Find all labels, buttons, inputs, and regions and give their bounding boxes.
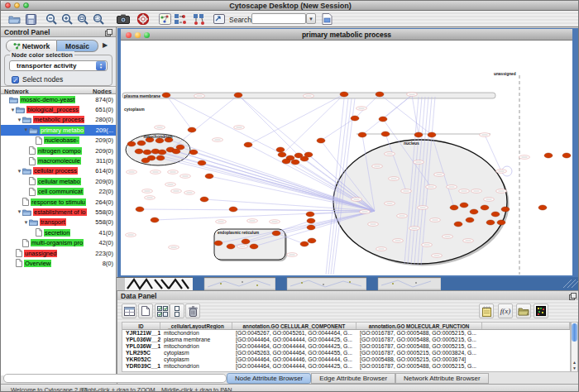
tab-mosaic[interactable]: Mosaic	[57, 40, 98, 52]
network-node[interactable]	[308, 238, 316, 243]
network-node[interactable]	[450, 205, 458, 210]
network-node[interactable]	[304, 152, 313, 157]
network-edge[interactable]	[321, 118, 355, 141]
save-icon[interactable]	[24, 12, 38, 26]
network-node[interactable]	[497, 220, 505, 225]
zoom-out-icon[interactable]	[44, 12, 58, 26]
network-node[interactable]	[562, 153, 571, 158]
tree-row[interactable]: unassigned223(0)	[1, 248, 116, 258]
network-node[interactable]	[158, 150, 166, 155]
network-node[interactable]	[307, 218, 315, 223]
tree-row[interactable]: multi-organism pro42(0)	[1, 237, 116, 247]
tree-row[interactable]: nucleobase-209(0)	[1, 136, 116, 146]
network-node[interactable]	[127, 141, 136, 146]
tree-row[interactable]: mosaic-demo-yeast874(0)	[1, 94, 116, 104]
network-node[interactable]	[481, 205, 489, 210]
expand-triangle-icon[interactable]: ▼	[23, 220, 29, 225]
network-node[interactable]	[135, 149, 143, 154]
network-node[interactable]	[317, 138, 325, 143]
network-node[interactable]	[428, 132, 436, 137]
network-node[interactable]	[214, 241, 223, 246]
unselect-attributes-icon[interactable]	[170, 304, 184, 318]
network-node[interactable]	[381, 131, 390, 136]
network-node[interactable]	[491, 212, 500, 217]
attribute-table[interactable]: ID_cellularLayoutRegionannotation.GO CEL…	[122, 322, 571, 372]
network-node[interactable]	[460, 203, 468, 208]
network-node[interactable]	[379, 117, 387, 122]
scrollbar-thumb[interactable]	[572, 323, 577, 342]
network-node[interactable]	[272, 231, 280, 236]
network-node[interactable]	[136, 207, 144, 212]
network-node[interactable]	[376, 92, 384, 97]
tree-row[interactable]: secretion41(0)	[1, 227, 116, 237]
float-panel-icon[interactable]	[569, 293, 577, 300]
search-input[interactable]	[251, 13, 306, 24]
network-node[interactable]	[300, 241, 309, 246]
scroll-down-arrow[interactable]: ▼	[572, 366, 577, 370]
network-node[interactable]	[137, 141, 146, 146]
network-node[interactable]	[198, 160, 206, 165]
zoom-in-icon[interactable]	[60, 12, 74, 26]
network-edge[interactable]	[166, 95, 192, 130]
network-node[interactable]	[414, 132, 423, 137]
network-node[interactable]	[486, 220, 495, 225]
tree-row[interactable]: ▼cellular process614(0)	[1, 166, 116, 176]
table-row[interactable]: YPL036W__2plasma membrane[GO:0044464, GO…	[122, 337, 570, 343]
tab-node-attribute-browser[interactable]: Node Attribute Browser	[227, 373, 311, 384]
network-node[interactable]	[501, 207, 510, 212]
tree-row[interactable]: ▼primary metabo209(...	[1, 125, 116, 135]
network-node[interactable]	[466, 218, 474, 222]
network-node[interactable]	[282, 159, 290, 164]
scroll-up-arrow[interactable]: ▲	[572, 360, 577, 365]
network-node[interactable]	[156, 155, 165, 160]
table-vertical-scrollbar[interactable]: ▲ ▼	[571, 322, 578, 372]
tree-row[interactable]: cell communicat22(0)	[1, 187, 116, 197]
network-edge[interactable]	[412, 95, 419, 135]
network-node[interactable]	[291, 160, 299, 165]
tree-row[interactable]: macromolecule311(0)	[1, 155, 116, 165]
tab-overflow-arrow[interactable]: ▶	[103, 41, 108, 49]
network-node[interactable]	[306, 212, 314, 217]
network-node[interactable]	[250, 244, 258, 249]
expand-triangle-icon[interactable]: ▼	[23, 127, 29, 132]
new-network-icon[interactable]	[158, 12, 172, 26]
network-node[interactable]	[176, 145, 184, 150]
new-attribute-icon[interactable]	[138, 304, 153, 318]
select-attributes-icon[interactable]	[155, 304, 170, 318]
network-node[interactable]	[141, 158, 150, 163]
network-node[interactable]	[189, 150, 198, 155]
zoom-fit-icon[interactable]	[91, 12, 105, 26]
network-node[interactable]	[162, 93, 170, 98]
import-attributes-icon[interactable]	[516, 304, 531, 318]
network-node[interactable]	[351, 116, 359, 121]
network-node[interactable]	[544, 153, 553, 158]
layout-transfer-icon-1[interactable]	[174, 12, 188, 26]
column-header[interactable]: ID	[122, 323, 160, 329]
tree-row[interactable]: ▼metabolic process280(0)	[1, 115, 116, 125]
column-header[interactable]: annotation.GO CELLULAR_COMPONENT	[232, 323, 356, 329]
tab-network[interactable]: Network	[6, 40, 57, 52]
tab-network-attribute-browser[interactable]: Network Attribute Browser	[395, 373, 488, 384]
formula-fx-icon[interactable]: f(x)	[498, 304, 513, 318]
column-header[interactable]: _cellularLayoutRegion	[160, 323, 232, 329]
expand-triangle-icon[interactable]: ▼	[17, 169, 22, 174]
tree-row[interactable]: ▼establishment of lo558(0)	[1, 207, 116, 217]
tab-edge-attribute-browser[interactable]: Edge Attribute Browser	[311, 373, 395, 384]
network-node[interactable]	[143, 150, 151, 155]
color-attribute-dropdown[interactable]: transporter activity ▲▼	[9, 60, 108, 71]
notepad-icon[interactable]	[479, 304, 494, 318]
tree-row[interactable]: Overview8(0)	[1, 258, 116, 268]
network-canvas[interactable]: plasma membranecytoplasmmitochondrionnuc…	[121, 41, 572, 275]
network-node[interactable]	[278, 152, 286, 157]
expand-triangle-icon[interactable]: ▼	[10, 108, 16, 112]
tree-row[interactable]: cellular metabo209(0)	[1, 176, 116, 186]
tree-row[interactable]: nitrogen compo209(0)	[1, 146, 116, 155]
network-node[interactable]	[200, 197, 208, 202]
attribute-matrix-icon[interactable]	[534, 304, 548, 318]
network-node[interactable]	[538, 205, 547, 210]
network-edge[interactable]	[170, 95, 238, 150]
network-node[interactable]	[358, 132, 366, 137]
search-dropdown-arrow[interactable]: ▼	[306, 13, 316, 24]
open-folder-icon[interactable]	[7, 12, 22, 26]
search-options-icon[interactable]	[320, 12, 334, 26]
